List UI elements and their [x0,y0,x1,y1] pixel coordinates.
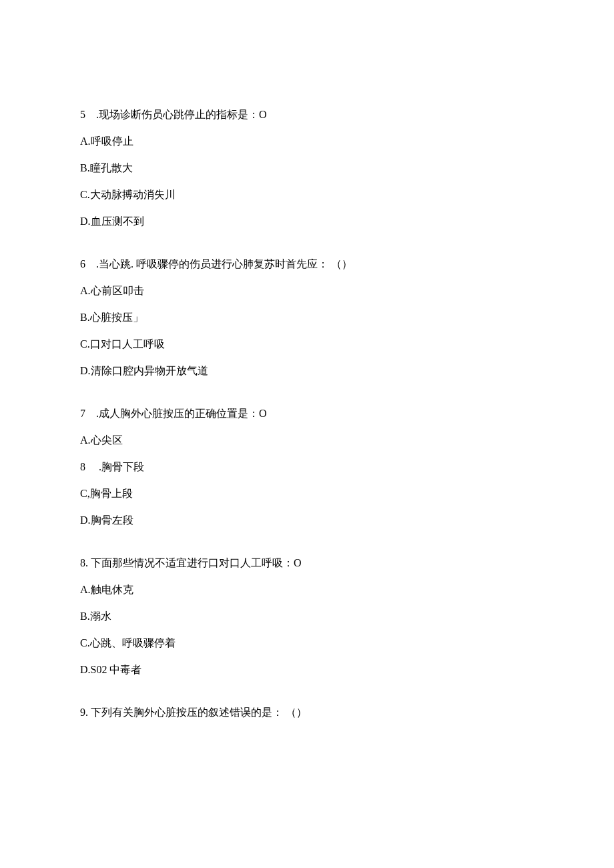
stem-sep: . [88,109,99,120]
question-number: 7 [80,407,88,420]
question-8-option-a: A.触电休克 [80,583,534,596]
stem-sep: . [88,408,99,419]
spacer [80,391,534,407]
question-6-stem: 6 .当心跳. 呼吸骤停的伤员进行心肺复苏时首先应： （） [80,258,534,271]
question-8-stem: 8. 下面那些情况不适宜进行口对口人工呼吸：O [80,556,534,570]
option-number: 8 [80,460,88,474]
question-5-option-d: D.血压测不到 [80,215,534,228]
question-9-stem: 9. 下列有关胸外心脏按压的叙述错误的是： （） [80,706,534,719]
question-7-option-a: A.心尖区 [80,434,534,447]
question-5-option-c: C.大动脉搏动消失川 [80,188,534,201]
question-number: 6 [80,258,88,271]
question-6-option-d: D.清除口腔内异物开放气道 [80,364,534,378]
question-6-option-a: A.心前区叩击 [80,284,534,298]
stem-text: 成人胸外心脏按压的正确位置是：O [99,408,267,419]
stem-text: 现场诊断伤员心跳停止的指标是：O [99,109,267,120]
stem-text: 下列有关胸外心脏按压的叙述错误的是： （） [91,707,307,718]
question-7-option-b: 8 .胸骨下段 [80,460,534,474]
question-7-stem: 7 .成人胸外心脏按压的正确位置是：O [80,407,534,420]
spacer [80,690,534,706]
question-number: 9. [80,707,91,718]
question-number: 8. [80,557,91,568]
question-number: 5 [80,108,88,121]
spacer [80,242,534,258]
stem-text: 下面那些情况不适宜进行口对口人工呼吸：O [91,557,302,568]
question-8-option-d: D.S02 中毒者 [80,663,534,677]
question-7-option-c: C,胸骨上段 [80,487,534,500]
stem-sep: . [88,258,99,270]
question-5-option-b: B.瞳孔散大 [80,161,534,175]
question-8-option-b: B.溺水 [80,610,534,623]
spacer [80,540,534,556]
stem-text: 当心跳. 呼吸骤停的伤员进行心肺复苏时首先应： （） [99,258,352,270]
question-5-option-a: A.呼吸停止 [80,135,534,148]
question-6-option-b: B.心脏按压」 [80,311,534,324]
question-8-option-c: C.心跳、呼吸骤停着 [80,636,534,650]
question-5-stem: 5 .现场诊断伤员心跳停止的指标是：O [80,108,534,121]
option-text: 胸骨下段 [101,461,144,472]
question-6-option-c: C.口对口人工呼吸 [80,338,534,351]
page-body: 5 .现场诊断伤员心跳停止的指标是：O A.呼吸停止 B.瞳孔散大 C.大动脉搏… [0,0,614,799]
option-sep: . [88,461,101,472]
question-7-option-d: D.胸骨左段 [80,514,534,527]
